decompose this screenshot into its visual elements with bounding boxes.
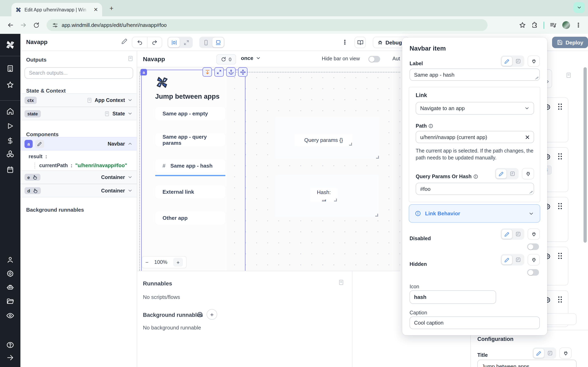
static-edit-pencil-icon[interactable] xyxy=(502,56,512,66)
profile-avatar[interactable] xyxy=(562,21,570,29)
connect-plug-icon[interactable] xyxy=(527,228,540,240)
query-field-input[interactable] xyxy=(416,183,534,195)
path-field-input[interactable] xyxy=(416,131,534,143)
container-d-row[interactable]: d Container xyxy=(20,184,137,197)
link-behavior-expander[interactable]: Link Behavior xyxy=(409,204,540,223)
chevron-down-icon[interactable] xyxy=(127,175,133,180)
hash-container[interactable]: Hash: #f xyxy=(276,175,379,217)
move-icon[interactable] xyxy=(238,67,247,77)
resize-handle[interactable] xyxy=(530,191,533,194)
help-icon[interactable] xyxy=(6,341,14,349)
container-e-row[interactable]: e Container xyxy=(20,170,137,184)
disabled-toggle[interactable] xyxy=(527,243,539,250)
undo-button[interactable] xyxy=(132,37,147,48)
function-mode-icon[interactable] xyxy=(512,56,523,66)
navbar-component-row[interactable]: a Navbar xyxy=(20,137,137,150)
drag-handle-icon[interactable] xyxy=(558,153,562,160)
zoom-out-button[interactable]: − xyxy=(145,259,148,265)
function-mode-icon[interactable] xyxy=(512,255,523,265)
app-canvas[interactable]: Jump between apps Same app - empty Same … xyxy=(137,67,400,271)
panel-doc-icon[interactable] xyxy=(566,72,572,78)
drag-handle-icon[interactable] xyxy=(558,253,562,260)
forward-icon[interactable] xyxy=(18,20,29,30)
static-edit-pencil-icon[interactable] xyxy=(502,255,512,265)
chevron-down-icon[interactable] xyxy=(127,98,133,103)
docs-book-icon[interactable] xyxy=(355,37,366,48)
rename-pencil-icon[interactable] xyxy=(35,140,44,148)
bookmark-star-icon[interactable] xyxy=(519,22,526,29)
deploy-button[interactable]: Deploy xyxy=(552,37,588,48)
redo-button[interactable] xyxy=(147,37,162,48)
centered-layout-toggle[interactable] xyxy=(168,38,180,47)
browser-menu-icon[interactable] xyxy=(575,22,581,28)
site-settings-icon[interactable] xyxy=(52,22,58,28)
state-output-row[interactable]: state State xyxy=(20,107,137,120)
info-icon[interactable] xyxy=(473,174,478,179)
resources-icon[interactable] xyxy=(6,150,14,158)
chevron-down-icon[interactable] xyxy=(127,188,133,193)
maximize-icon[interactable] xyxy=(214,67,224,77)
anchor-icon[interactable] xyxy=(226,67,236,77)
static-edit-pencil-icon[interactable] xyxy=(533,348,544,358)
tab-close-icon[interactable]: ✕ xyxy=(94,7,98,12)
url-bar[interactable]: app.windmill.dev/apps/edit/u/henri/navap… xyxy=(47,19,488,31)
panel-doc-icon[interactable] xyxy=(338,279,344,285)
drag-handle-icon[interactable] xyxy=(558,104,562,110)
mobile-preview-toggle[interactable] xyxy=(200,38,212,47)
static-edit-pencil-icon[interactable] xyxy=(496,169,507,179)
windmill-logo[interactable] xyxy=(5,40,15,50)
browser-tab[interactable]: Edit App u/henri/navapp | Win ✕ xyxy=(11,3,102,16)
audit-eye-icon[interactable] xyxy=(6,312,14,320)
expand-down-icon[interactable] xyxy=(203,67,212,77)
icon-field-input[interactable] xyxy=(410,290,496,304)
collapse-arrow-icon[interactable] xyxy=(6,354,14,361)
function-mode-icon[interactable] xyxy=(507,169,518,179)
ctx-output-row[interactable]: ctx App Context xyxy=(20,93,137,107)
workers-icon[interactable] xyxy=(6,284,14,292)
connect-plug-icon[interactable] xyxy=(527,55,540,67)
media-controls-icon[interactable] xyxy=(550,21,557,29)
clear-path-icon[interactable]: ✕ xyxy=(525,134,530,141)
hash-text-box[interactable]: Hash: #f xyxy=(310,188,337,202)
schedules-icon[interactable] xyxy=(6,166,14,174)
panel-doc-icon[interactable] xyxy=(127,55,134,62)
function-mode-icon[interactable] xyxy=(512,229,523,239)
refresh-count-button[interactable]: 0 xyxy=(216,54,236,64)
connect-plug-icon[interactable] xyxy=(559,347,572,359)
connect-plug-icon[interactable] xyxy=(527,254,540,266)
new-tab-button[interactable]: + xyxy=(109,5,113,12)
edit-title-pencil-icon[interactable] xyxy=(121,38,128,49)
query-params-container[interactable]: Query params {} xyxy=(276,117,379,159)
workspace-icon[interactable] xyxy=(6,65,14,72)
search-outputs-input[interactable] xyxy=(25,67,133,79)
favorites-star-icon[interactable] xyxy=(6,81,14,89)
static-edit-pencil-icon[interactable] xyxy=(502,229,512,239)
chevron-down-icon[interactable] xyxy=(127,111,133,116)
caption-field-input[interactable] xyxy=(410,317,540,329)
hide-bar-toggle[interactable] xyxy=(368,56,380,62)
folders-icon[interactable] xyxy=(6,298,14,305)
drag-handle-icon[interactable] xyxy=(558,296,562,303)
query-params-text-box[interactable]: Query params {} xyxy=(295,134,352,146)
drag-handle-icon[interactable] xyxy=(558,203,562,210)
runs-icon[interactable] xyxy=(7,122,14,130)
extensions-icon[interactable] xyxy=(531,22,538,29)
resize-handle[interactable] xyxy=(535,76,539,80)
resize-corner[interactable] xyxy=(349,143,352,146)
desktop-preview-toggle[interactable] xyxy=(212,38,224,47)
refresh-mode-select[interactable]: once xyxy=(241,55,261,61)
add-background-runnable-button[interactable]: + xyxy=(207,309,217,320)
title-field-input[interactable] xyxy=(477,360,577,367)
tab-search-chevron-icon[interactable] xyxy=(573,2,585,13)
link-type-select[interactable]: Navigate to an app xyxy=(416,102,534,115)
home-icon[interactable] xyxy=(6,108,14,115)
resize-corner[interactable] xyxy=(375,214,378,217)
reload-icon[interactable] xyxy=(31,20,42,30)
resize-corner[interactable] xyxy=(334,199,337,201)
function-mode-icon[interactable] xyxy=(544,348,555,358)
settings-gear-icon[interactable] xyxy=(6,270,14,277)
info-icon[interactable] xyxy=(428,124,433,128)
connect-plug-icon[interactable] xyxy=(522,168,534,179)
fullscreen-layout-toggle[interactable] xyxy=(181,38,192,47)
users-icon[interactable] xyxy=(6,256,14,264)
